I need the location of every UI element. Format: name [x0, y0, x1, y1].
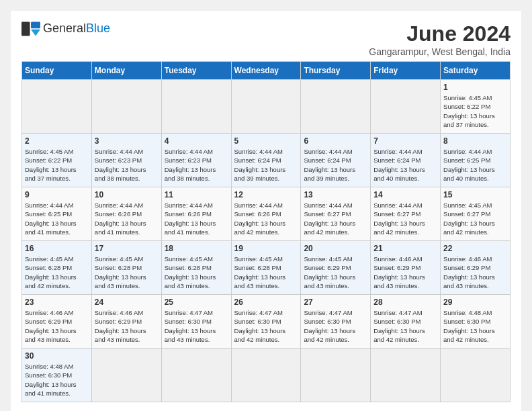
day-info: Sunrise: 4:46 AM Sunset: 6:29 PM Dayligh… [95, 308, 159, 344]
day-info: Sunrise: 4:46 AM Sunset: 6:29 PM Dayligh… [443, 255, 507, 290]
day-number: 10 [95, 190, 159, 199]
day-number: 21 [373, 244, 437, 253]
table-row: 12Sunrise: 4:44 AM Sunset: 6:26 PM Dayli… [231, 187, 301, 241]
table-row: 9Sunrise: 4:44 AM Sunset: 6:25 PM Daylig… [22, 187, 92, 241]
col-sunday: Sunday [22, 62, 92, 80]
table-row: 4Sunrise: 4:44 AM Sunset: 6:23 PM Daylig… [161, 134, 231, 187]
day-number: 1 [443, 83, 507, 92]
day-number: 30 [25, 351, 89, 361]
day-number: 14 [373, 190, 437, 199]
day-info: Sunrise: 4:45 AM Sunset: 6:28 PM Dayligh… [234, 255, 298, 290]
logo: GeneralBlue [21, 21, 110, 36]
day-number: 24 [95, 298, 159, 307]
day-number: 4 [165, 136, 228, 146]
day-number: 3 [95, 136, 159, 146]
day-info: Sunrise: 4:44 AM Sunset: 6:26 PM Dayligh… [165, 201, 228, 236]
table-row: 3Sunrise: 4:44 AM Sunset: 6:23 PM Daylig… [91, 134, 161, 187]
day-number: 13 [304, 190, 367, 199]
table-row: 5Sunrise: 4:44 AM Sunset: 6:24 PM Daylig… [231, 134, 301, 187]
day-number: 5 [234, 136, 298, 146]
table-row: 27Sunrise: 4:47 AM Sunset: 6:30 PM Dayli… [301, 295, 371, 349]
day-info: Sunrise: 4:44 AM Sunset: 6:25 PM Dayligh… [443, 147, 507, 183]
day-info: Sunrise: 4:47 AM Sunset: 6:30 PM Dayligh… [234, 308, 298, 344]
day-number: 9 [25, 190, 89, 199]
table-row: 8Sunrise: 4:44 AM Sunset: 6:25 PM Daylig… [441, 134, 511, 187]
day-info: Sunrise: 4:47 AM Sunset: 6:30 PM Dayligh… [373, 308, 437, 344]
table-row: 24Sunrise: 4:46 AM Sunset: 6:29 PM Dayli… [91, 295, 161, 349]
location-subtitle: Gangarampur, West Bengal, India [369, 46, 511, 57]
day-number: 17 [95, 244, 159, 253]
day-info: Sunrise: 4:44 AM Sunset: 6:26 PM Dayligh… [234, 201, 298, 236]
table-row: 13Sunrise: 4:44 AM Sunset: 6:27 PM Dayli… [301, 187, 371, 241]
day-number: 18 [165, 244, 228, 253]
day-info: Sunrise: 4:45 AM Sunset: 6:22 PM Dayligh… [443, 93, 507, 129]
col-friday: Friday [371, 62, 441, 80]
col-monday: Monday [91, 62, 161, 80]
table-row: 1Sunrise: 4:45 AM Sunset: 6:22 PM Daylig… [441, 80, 511, 134]
calendar: Sunday Monday Tuesday Wednesday Thursday… [21, 61, 511, 402]
calendar-header-row: Sunday Monday Tuesday Wednesday Thursday… [22, 62, 511, 80]
page: GeneralBlue June 2024 Gangarampur, West … [11, 11, 521, 411]
table-row: 6Sunrise: 4:44 AM Sunset: 6:24 PM Daylig… [301, 134, 371, 187]
day-info: Sunrise: 4:48 AM Sunset: 6:30 PM Dayligh… [443, 308, 507, 344]
svg-rect-1 [31, 22, 40, 29]
table-row [371, 349, 441, 402]
day-info: Sunrise: 4:47 AM Sunset: 6:30 PM Dayligh… [304, 308, 367, 344]
day-info: Sunrise: 4:45 AM Sunset: 6:22 PM Dayligh… [25, 147, 89, 183]
day-info: Sunrise: 4:47 AM Sunset: 6:30 PM Dayligh… [165, 308, 228, 344]
table-row: 26Sunrise: 4:47 AM Sunset: 6:30 PM Dayli… [231, 295, 301, 349]
day-info: Sunrise: 4:44 AM Sunset: 6:24 PM Dayligh… [234, 147, 298, 183]
day-number: 22 [443, 244, 507, 253]
table-row: 11Sunrise: 4:44 AM Sunset: 6:26 PM Dayli… [161, 187, 231, 241]
table-row: 28Sunrise: 4:47 AM Sunset: 6:30 PM Dayli… [371, 295, 441, 349]
day-number: 11 [165, 190, 228, 199]
table-row [231, 349, 301, 402]
day-info: Sunrise: 4:44 AM Sunset: 6:26 PM Dayligh… [95, 201, 159, 236]
table-row [371, 80, 441, 134]
table-row: 17Sunrise: 4:45 AM Sunset: 6:28 PM Dayli… [91, 241, 161, 295]
day-info: Sunrise: 4:45 AM Sunset: 6:28 PM Dayligh… [165, 255, 228, 290]
table-row: 22Sunrise: 4:46 AM Sunset: 6:29 PM Dayli… [441, 241, 511, 295]
table-row [441, 349, 511, 402]
title-block: June 2024 Gangarampur, West Bengal, Indi… [369, 21, 511, 57]
table-row [91, 349, 161, 402]
day-number: 15 [443, 190, 507, 199]
table-row: 2Sunrise: 4:45 AM Sunset: 6:22 PM Daylig… [22, 134, 92, 187]
table-row [91, 80, 161, 134]
table-row: 30Sunrise: 4:48 AM Sunset: 6:30 PM Dayli… [22, 349, 92, 402]
day-info: Sunrise: 4:44 AM Sunset: 6:23 PM Dayligh… [165, 147, 228, 183]
day-info: Sunrise: 4:44 AM Sunset: 6:27 PM Dayligh… [373, 201, 437, 236]
day-number: 27 [304, 298, 367, 307]
day-info: Sunrise: 4:46 AM Sunset: 6:29 PM Dayligh… [25, 308, 89, 344]
table-row [161, 349, 231, 402]
table-row: 16Sunrise: 4:45 AM Sunset: 6:28 PM Dayli… [22, 241, 92, 295]
day-number: 23 [25, 298, 89, 307]
day-number: 26 [234, 298, 298, 307]
table-row: 21Sunrise: 4:46 AM Sunset: 6:29 PM Dayli… [371, 241, 441, 295]
svg-marker-2 [31, 30, 40, 36]
day-info: Sunrise: 4:44 AM Sunset: 6:24 PM Dayligh… [373, 147, 437, 183]
day-number: 28 [373, 298, 437, 307]
table-row: 14Sunrise: 4:44 AM Sunset: 6:27 PM Dayli… [371, 187, 441, 241]
day-number: 2 [25, 136, 89, 146]
logo-icon [21, 21, 40, 36]
day-number: 19 [234, 244, 298, 253]
day-number: 7 [373, 136, 437, 146]
table-row: 18Sunrise: 4:45 AM Sunset: 6:28 PM Dayli… [161, 241, 231, 295]
table-row [22, 80, 92, 134]
table-row: 20Sunrise: 4:45 AM Sunset: 6:29 PM Dayli… [301, 241, 371, 295]
day-info: Sunrise: 4:44 AM Sunset: 6:25 PM Dayligh… [25, 201, 89, 236]
day-number: 12 [234, 190, 298, 199]
calendar-week-row: 23Sunrise: 4:46 AM Sunset: 6:29 PM Dayli… [22, 295, 511, 349]
day-info: Sunrise: 4:45 AM Sunset: 6:29 PM Dayligh… [304, 255, 367, 290]
calendar-week-row: 16Sunrise: 4:45 AM Sunset: 6:28 PM Dayli… [22, 241, 511, 295]
day-info: Sunrise: 4:46 AM Sunset: 6:29 PM Dayligh… [373, 255, 437, 290]
table-row: 10Sunrise: 4:44 AM Sunset: 6:26 PM Dayli… [91, 187, 161, 241]
day-info: Sunrise: 4:45 AM Sunset: 6:28 PM Dayligh… [95, 255, 159, 290]
col-saturday: Saturday [441, 62, 511, 80]
table-row: 29Sunrise: 4:48 AM Sunset: 6:30 PM Dayli… [441, 295, 511, 349]
table-row: 15Sunrise: 4:45 AM Sunset: 6:27 PM Dayli… [441, 187, 511, 241]
calendar-week-row: 1Sunrise: 4:45 AM Sunset: 6:22 PM Daylig… [22, 80, 511, 134]
calendar-week-row: 9Sunrise: 4:44 AM Sunset: 6:25 PM Daylig… [22, 187, 511, 241]
col-tuesday: Tuesday [161, 62, 231, 80]
